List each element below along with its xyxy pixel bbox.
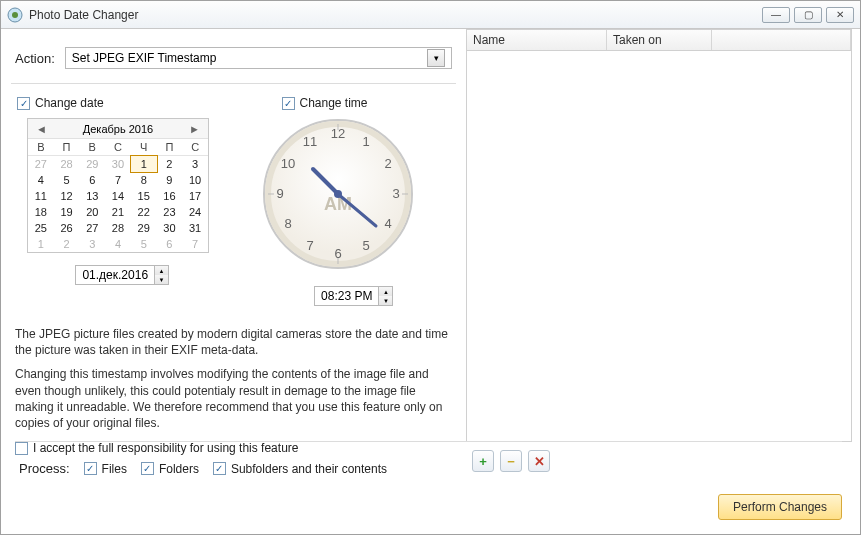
calendar-day[interactable]: 27 xyxy=(28,156,54,172)
file-table-body[interactable] xyxy=(466,51,852,442)
calendar-day[interactable]: 2 xyxy=(157,156,183,172)
calendar-day[interactable]: 25 xyxy=(28,220,54,236)
svg-text:2: 2 xyxy=(384,156,391,171)
column-blank xyxy=(712,30,851,50)
calendar-day[interactable]: 5 xyxy=(54,172,80,188)
process-files-checkbox[interactable]: Files xyxy=(84,462,127,476)
svg-text:7: 7 xyxy=(306,238,313,253)
svg-text:5: 5 xyxy=(362,238,369,253)
column-taken-on[interactable]: Taken on xyxy=(607,30,712,50)
action-label: Action: xyxy=(15,51,55,66)
remove-file-button[interactable]: − xyxy=(500,450,522,472)
svg-text:4: 4 xyxy=(384,216,391,231)
calendar-day[interactable]: 10 xyxy=(182,172,208,188)
calendar-day[interactable]: 18 xyxy=(28,204,54,220)
prev-month-icon[interactable]: ◄ xyxy=(32,123,51,135)
action-value: Set JPEG EXIF Timestamp xyxy=(72,51,217,65)
action-select[interactable]: Set JPEG EXIF Timestamp ▾ xyxy=(65,47,452,69)
next-month-icon[interactable]: ► xyxy=(185,123,204,135)
checkbox-icon xyxy=(17,97,30,110)
svg-text:8: 8 xyxy=(284,216,291,231)
calendar-day[interactable]: 24 xyxy=(182,204,208,220)
spin-down-icon[interactable]: ▼ xyxy=(154,275,168,284)
checkbox-icon xyxy=(15,442,28,455)
calendar-day[interactable]: 29 xyxy=(79,156,105,172)
file-table-header: Name Taken on xyxy=(466,29,852,51)
checkbox-icon xyxy=(141,462,154,475)
calendar-day[interactable]: 16 xyxy=(157,188,183,204)
accept-responsibility-checkbox[interactable]: I accept the full responsibility for usi… xyxy=(11,441,456,455)
calendar-day[interactable]: 27 xyxy=(79,220,105,236)
action-row: Action: Set JPEG EXIF Timestamp ▾ xyxy=(11,37,456,83)
process-subfolders-checkbox[interactable]: Subfolders and their contents xyxy=(213,462,387,476)
calendar-day[interactable]: 3 xyxy=(182,156,208,172)
date-spinner[interactable]: 01.дек.2016 ▲▼ xyxy=(75,265,169,285)
calendar-day[interactable]: 6 xyxy=(79,172,105,188)
calendar-day[interactable]: 19 xyxy=(54,204,80,220)
analog-clock: 1212 345 678 91011 AM xyxy=(258,114,451,274)
calendar-day[interactable]: 7 xyxy=(182,236,208,252)
process-folders-checkbox[interactable]: Folders xyxy=(141,462,199,476)
calendar-dow: С xyxy=(182,139,208,156)
calendar-day[interactable]: 17 xyxy=(182,188,208,204)
calendar-day[interactable]: 31 xyxy=(182,220,208,236)
calendar-day[interactable]: 20 xyxy=(79,204,105,220)
calendar-day[interactable]: 11 xyxy=(28,188,54,204)
calendar-day[interactable]: 30 xyxy=(105,156,131,172)
calendar-day[interactable]: 4 xyxy=(28,172,54,188)
calendar-dow: П xyxy=(54,139,80,156)
calendar-day[interactable]: 30 xyxy=(157,220,183,236)
calendar-day[interactable]: 8 xyxy=(131,172,157,188)
calendar-day[interactable]: 15 xyxy=(131,188,157,204)
calendar-day[interactable]: 5 xyxy=(131,236,157,252)
calendar-day[interactable]: 29 xyxy=(131,220,157,236)
calendar-day[interactable]: 4 xyxy=(105,236,131,252)
calendar-dow: С xyxy=(105,139,131,156)
separator xyxy=(11,83,456,84)
calendar-day[interactable]: 14 xyxy=(105,188,131,204)
calendar-day[interactable]: 21 xyxy=(105,204,131,220)
clear-files-button[interactable]: ✕ xyxy=(528,450,550,472)
process-label: Process: xyxy=(19,461,70,476)
calendar-day[interactable]: 28 xyxy=(105,220,131,236)
column-name[interactable]: Name xyxy=(467,30,607,50)
process-row: Process: Files Folders Subfolders and th… xyxy=(19,461,387,476)
calendar-day[interactable]: 1 xyxy=(131,156,157,172)
calendar-day[interactable]: 23 xyxy=(157,204,183,220)
time-spinner[interactable]: 08:23 PM ▲▼ xyxy=(314,286,393,306)
calendar-day[interactable]: 1 xyxy=(28,236,54,252)
separator xyxy=(15,441,842,442)
calendar-day[interactable]: 12 xyxy=(54,188,80,204)
maximize-button[interactable]: ▢ xyxy=(794,7,822,23)
svg-text:1: 1 xyxy=(362,134,369,149)
calendar-day[interactable]: 9 xyxy=(157,172,183,188)
change-date-checkbox[interactable]: Change date xyxy=(17,96,228,110)
spin-down-icon[interactable]: ▼ xyxy=(378,296,392,305)
calendar-day[interactable]: 28 xyxy=(54,156,80,172)
calendar-day[interactable]: 3 xyxy=(79,236,105,252)
titlebar: Photo Date Changer — ▢ ✕ xyxy=(1,1,860,29)
calendar-day[interactable]: 26 xyxy=(54,220,80,236)
checkbox-icon xyxy=(84,462,97,475)
window-title: Photo Date Changer xyxy=(29,8,758,22)
svg-point-16 xyxy=(334,190,342,198)
calendar-day[interactable]: 6 xyxy=(157,236,183,252)
close-button[interactable]: ✕ xyxy=(826,7,854,23)
checkbox-icon xyxy=(282,97,295,110)
calendar-dow: Ч xyxy=(131,139,157,156)
calendar-day[interactable]: 13 xyxy=(79,188,105,204)
change-time-checkbox[interactable]: Change time xyxy=(282,96,451,110)
perform-changes-button[interactable]: Perform Changes xyxy=(718,494,842,520)
svg-text:11: 11 xyxy=(302,134,316,149)
dropdown-icon[interactable]: ▾ xyxy=(427,49,445,67)
info-text: The JPEG picture files created by modern… xyxy=(11,326,456,431)
svg-text:9: 9 xyxy=(276,186,283,201)
calendar-day[interactable]: 7 xyxy=(105,172,131,188)
spin-up-icon[interactable]: ▲ xyxy=(154,266,168,275)
add-file-button[interactable]: + xyxy=(472,450,494,472)
spin-up-icon[interactable]: ▲ xyxy=(378,287,392,296)
calendar[interactable]: ◄ Декабрь 2016 ► ВПВСЧПС2728293012345678… xyxy=(27,118,209,253)
calendar-day[interactable]: 22 xyxy=(131,204,157,220)
minimize-button[interactable]: — xyxy=(762,7,790,23)
calendar-day[interactable]: 2 xyxy=(54,236,80,252)
